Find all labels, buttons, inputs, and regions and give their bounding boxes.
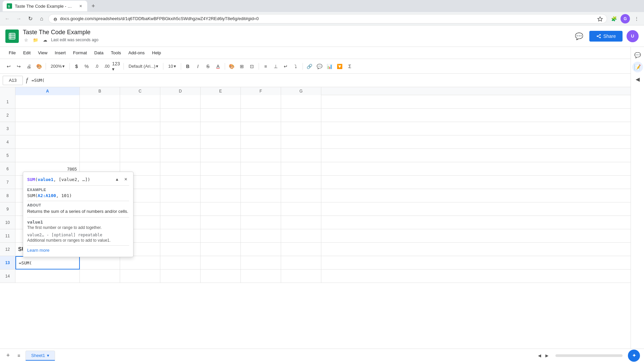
cell-d14[interactable] [160, 269, 201, 283]
scroll-left-button[interactable]: ◀ [536, 352, 543, 359]
cell-c2[interactable] [120, 109, 160, 122]
new-tab-button[interactable]: + [89, 1, 98, 11]
cell-d13[interactable] [160, 256, 201, 269]
cell-g10[interactable] [281, 216, 321, 229]
cell-g5[interactable] [281, 149, 321, 162]
cell-reference-box[interactable]: A13 [3, 76, 23, 85]
decimal-increase-button[interactable]: .00 [102, 62, 111, 71]
reload-button[interactable]: ↻ [25, 14, 35, 23]
row-num-14[interactable]: 14 [0, 269, 15, 283]
cell-f11[interactable] [241, 229, 281, 243]
home-button[interactable]: ⌂ [37, 14, 46, 23]
star-doc-button[interactable]: ☆ [23, 37, 30, 43]
tab-close-button[interactable]: ✕ [78, 3, 83, 9]
cell-a3[interactable] [15, 122, 80, 135]
add-sheet-button[interactable]: + [4, 352, 12, 360]
row-num-5[interactable]: 5 [0, 149, 15, 162]
explore-button[interactable]: ✦ [628, 350, 640, 362]
cell-a2[interactable] [15, 109, 80, 122]
cell-b5[interactable] [80, 149, 120, 162]
cell-d9[interactable] [160, 202, 201, 216]
cloud-button[interactable]: ☁ [42, 37, 48, 43]
cell-d12[interactable] [160, 243, 201, 256]
sheets-list-button[interactable]: ≡ [15, 352, 23, 360]
chart-button[interactable]: 📊 [325, 62, 334, 71]
cell-a13-active[interactable]: =SUM( [15, 256, 80, 269]
col-header-a[interactable]: A [15, 87, 80, 95]
cell-g4[interactable] [281, 135, 321, 149]
cell-d11[interactable] [160, 229, 201, 243]
zoom-dropdown[interactable]: 200% ▾ [48, 62, 67, 70]
percent-button[interactable]: % [82, 62, 91, 71]
cell-g7[interactable] [281, 176, 321, 189]
col-header-e[interactable]: E [201, 87, 241, 95]
cell-f10[interactable] [241, 216, 281, 229]
cell-g12[interactable] [281, 243, 321, 256]
cell-b4[interactable] [80, 135, 120, 149]
cell-b2[interactable] [80, 109, 120, 122]
row-num-1[interactable]: 1 [0, 95, 15, 108]
cell-f12[interactable] [241, 243, 281, 256]
menu-data[interactable]: Data [91, 48, 107, 57]
fill-color-button[interactable]: 🎨 [227, 62, 236, 71]
borders-button[interactable]: ⊞ [237, 62, 247, 71]
undo-button[interactable]: ↩ [4, 62, 13, 71]
comments-button[interactable]: 💬 [573, 30, 585, 42]
learn-more-link[interactable]: Learn more [27, 248, 49, 253]
row-num-8[interactable]: 8 [0, 189, 15, 202]
scroll-right-button[interactable]: ▶ [543, 352, 550, 359]
cell-d1[interactable] [160, 95, 201, 109]
cell-c4[interactable] [120, 135, 160, 149]
menu-addons[interactable]: Add-ons [125, 48, 148, 57]
col-header-c[interactable]: C [120, 87, 160, 95]
cell-f8[interactable] [241, 189, 281, 202]
filter-button[interactable]: 🔽 [335, 62, 344, 71]
cell-d3[interactable] [160, 122, 201, 135]
cell-c3[interactable] [120, 122, 160, 135]
menu-view[interactable]: View [35, 48, 51, 57]
cell-e6[interactable] [201, 162, 241, 176]
merge-cells-button[interactable]: ⊡ [247, 62, 257, 71]
more-formats-button[interactable]: 123 ▾ [112, 62, 121, 71]
cell-f1[interactable] [241, 95, 281, 109]
cell-b13[interactable] [80, 256, 120, 269]
row-num-2[interactable]: 2 [0, 109, 15, 122]
cell-f6[interactable] [241, 162, 281, 176]
cell-b3[interactable] [80, 122, 120, 135]
redo-button[interactable]: ↪ [14, 62, 23, 71]
align-button[interactable]: ≡ [261, 62, 270, 71]
decimal-decrease-button[interactable]: .0 [92, 62, 101, 71]
cell-f14[interactable] [241, 269, 281, 283]
col-header-f[interactable]: F [241, 87, 281, 95]
address-bar[interactable]: docs.google.com/spreadsheets/d/1q6TDDfba… [48, 14, 607, 23]
cell-d10[interactable] [160, 216, 201, 229]
cell-g13[interactable] [281, 256, 321, 269]
cell-g2[interactable] [281, 109, 321, 122]
cell-e1[interactable] [201, 95, 241, 109]
function-button[interactable]: Σ [345, 62, 355, 71]
menu-help[interactable]: Help [149, 48, 164, 57]
cell-e7[interactable] [201, 176, 241, 189]
row-num-11[interactable]: 11 [0, 229, 15, 242]
font-size-dropdown[interactable]: 10 ▾ [165, 62, 178, 70]
cell-c13[interactable] [120, 256, 160, 269]
more-menu-icon[interactable]: ⋮ [632, 14, 641, 23]
browser-tab[interactable]: S Taste The Code Example - Goo ✕ [3, 1, 87, 11]
row-num-3[interactable]: 3 [0, 122, 15, 135]
row-num-10[interactable]: 10 [0, 216, 15, 229]
cell-e5[interactable] [201, 149, 241, 162]
cell-e11[interactable] [201, 229, 241, 243]
wrap-button[interactable]: ↵ [281, 62, 290, 71]
cell-d2[interactable] [160, 109, 201, 122]
ac-up-button[interactable]: ▲ [114, 176, 120, 183]
doc-title[interactable]: Taste The Code Example [23, 29, 569, 36]
cell-f2[interactable] [241, 109, 281, 122]
user-avatar[interactable]: U [627, 30, 639, 42]
valign-button[interactable]: ⊥ [271, 62, 280, 71]
italic-button[interactable]: I [193, 62, 203, 71]
horizontal-scrollbar[interactable] [555, 354, 623, 357]
currency-button[interactable]: $ [72, 62, 81, 71]
share-button[interactable]: Share [589, 31, 623, 42]
cell-f3[interactable] [241, 122, 281, 135]
col-header-b[interactable]: B [80, 87, 120, 95]
